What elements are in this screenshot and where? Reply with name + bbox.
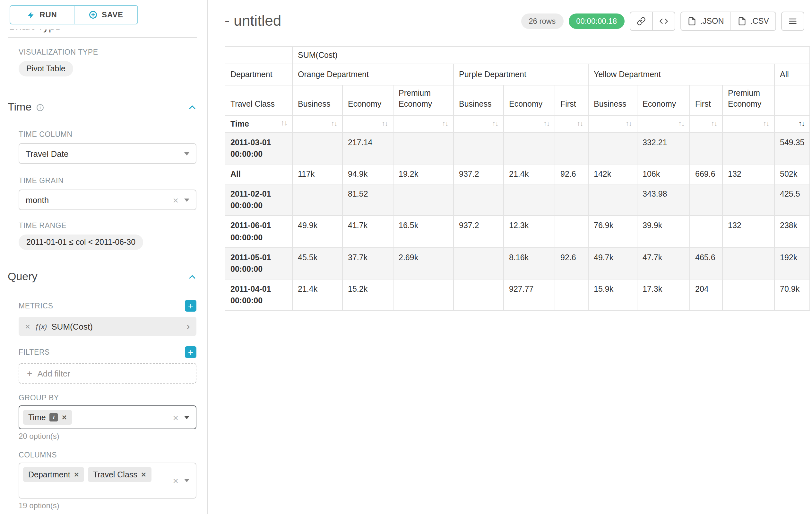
chevron-up-icon[interactable]	[187, 272, 197, 282]
time-range-control: TIME RANGE 2011-01-01 ≤ col < 2011-06-30	[19, 222, 196, 250]
column-group-header: Orange Department	[292, 64, 454, 85]
file-icon	[688, 17, 696, 26]
remove-tag-icon[interactable]: ×	[62, 413, 67, 422]
columns-select[interactable]: Department × Travel Class × ×	[19, 463, 196, 498]
sort-toggle-icon[interactable]: ↑↓	[281, 119, 287, 127]
add-filter-plus-button[interactable]: +	[185, 346, 196, 358]
remove-metric-icon[interactable]: ×	[25, 322, 30, 331]
sort-toggle-icon[interactable]: ↑↓	[711, 120, 717, 128]
chart-title[interactable]: - untitled	[225, 10, 281, 31]
pivot-cell: 15.9k	[588, 279, 637, 311]
info-icon[interactable]	[36, 103, 44, 111]
chevron-down-icon[interactable]	[184, 152, 190, 155]
pivot-cell	[393, 279, 454, 311]
pivot-cell	[454, 279, 503, 311]
add-metric-button[interactable]: +	[185, 300, 196, 312]
caret-right-icon[interactable]: ›	[186, 321, 190, 331]
chevron-down-icon[interactable]	[184, 416, 190, 419]
add-filter-label: Add filter	[37, 369, 70, 378]
json-button-label: .JSON	[700, 17, 724, 26]
menu-button[interactable]	[781, 11, 804, 31]
pivot-cell	[690, 184, 722, 216]
group-by-tag[interactable]: Time i ×	[23, 410, 72, 425]
column-header: Economy	[503, 85, 555, 115]
sort-toggle-icon[interactable]: ↑↓	[382, 120, 388, 128]
metric-option[interactable]: × ƒ(x) SUM(Cost) ›	[19, 317, 196, 336]
time-grain-select[interactable]: month ×	[19, 190, 196, 210]
sort-descending-icon[interactable]: ↑↓	[798, 120, 804, 128]
sidebar-scroll-area[interactable]: Chart Type VISUALIZATION TYPE Pivot Tabl…	[0, 0, 207, 514]
sort-cell[interactable]: ↑↓	[775, 115, 810, 133]
columns-tag[interactable]: Travel Class ×	[88, 467, 151, 482]
time-column-select[interactable]: Travel Date	[19, 143, 196, 164]
visualization-type-pill[interactable]: Pivot Table	[19, 61, 73, 77]
sort-cell[interactable]: ↑↓	[637, 115, 690, 133]
metrics-control: METRICS + × ƒ(x) SUM(Cost) ›	[19, 300, 196, 336]
group-by-select[interactable]: Time i × ×	[19, 405, 196, 429]
pivot-cell: 425.5	[775, 184, 810, 216]
chevron-down-icon[interactable]	[184, 479, 190, 482]
download-json-button[interactable]: .JSON	[680, 11, 731, 31]
time-range-pill[interactable]: 2011-01-01 ≤ col < 2011-06-30	[19, 235, 143, 250]
clear-icon[interactable]: ×	[173, 412, 178, 422]
pivot-cell: 549.35	[775, 133, 810, 164]
add-filter-button[interactable]: + Add filter	[19, 363, 196, 384]
run-button[interactable]: RUN	[10, 6, 74, 24]
sort-cell[interactable]: ↑↓	[393, 115, 454, 133]
sort-cell[interactable]: ↑↓	[343, 115, 393, 133]
pivot-cell	[555, 184, 588, 216]
pivot-cell	[292, 133, 343, 164]
pivot-cell: 94.9k	[343, 164, 393, 184]
sort-cell[interactable]: ↑↓	[503, 115, 555, 133]
sort-cell[interactable]: ↑↓	[292, 115, 343, 133]
rows-dimension-cell[interactable]: Time↑↓	[225, 115, 292, 133]
sort-toggle-icon[interactable]: ↑↓	[626, 120, 632, 128]
sort-toggle-icon[interactable]: ↑↓	[331, 120, 337, 128]
sort-toggle-icon[interactable]: ↑↓	[492, 120, 498, 128]
time-grain-label: TIME GRAIN	[19, 177, 196, 184]
sort-toggle-icon[interactable]: ↑↓	[442, 120, 448, 128]
columns-tag[interactable]: Department ×	[23, 467, 84, 482]
group-by-options-hint: 20 option(s)	[19, 432, 196, 441]
sort-cell[interactable]: ↑↓	[722, 115, 775, 133]
chevron-down-icon[interactable]	[184, 198, 190, 201]
query-section-title: Query	[8, 270, 37, 283]
chart-area: - untitled 26 rows 00:00:00.18 .JSON	[208, 0, 812, 514]
chevron-up-icon[interactable]	[187, 103, 197, 112]
pivot-cell: 21.4k	[503, 164, 555, 184]
pivot-cell	[722, 247, 775, 279]
table-row: 2011-02-01 00:00:0081.52343.98425.5	[225, 184, 810, 216]
query-section-header[interactable]: Query	[0, 270, 207, 283]
sort-cell[interactable]: ↑↓	[454, 115, 503, 133]
sort-cell[interactable]: ↑↓	[555, 115, 588, 133]
pivot-cell	[503, 184, 555, 216]
pivot-cell	[454, 133, 503, 164]
save-button-label: SAVE	[102, 10, 123, 19]
row-header: All	[225, 164, 292, 184]
remove-tag-icon[interactable]: ×	[141, 470, 146, 479]
download-csv-button[interactable]: .CSV	[731, 11, 776, 31]
sort-cell[interactable]: ↑↓	[690, 115, 722, 133]
pivot-cell: 17.3k	[637, 279, 690, 311]
time-section-header[interactable]: Time	[0, 101, 207, 114]
sort-toggle-icon[interactable]: ↑↓	[577, 120, 583, 128]
info-icon[interactable]: i	[50, 413, 58, 422]
pivot-cell: 937.2	[454, 216, 503, 248]
sort-toggle-icon[interactable]: ↑↓	[543, 120, 549, 128]
columns-control: COLUMNS Department × Travel Class × ×	[19, 451, 196, 498]
view-query-button[interactable]	[653, 11, 675, 31]
column-header: Business	[292, 85, 343, 115]
save-button[interactable]: SAVE	[74, 6, 137, 24]
clear-icon[interactable]: ×	[173, 195, 178, 205]
pivot-cell: 41.7k	[343, 216, 393, 248]
remove-tag-icon[interactable]: ×	[74, 470, 79, 479]
pivot-cell	[722, 133, 775, 164]
clear-icon[interactable]: ×	[173, 476, 178, 485]
visualization-type-label: VISUALIZATION TYPE	[19, 48, 196, 56]
sort-cell[interactable]: ↑↓	[588, 115, 637, 133]
pivot-cell: 21.4k	[292, 279, 343, 311]
sort-toggle-icon[interactable]: ↑↓	[763, 120, 769, 128]
pivot-cell: 12.3k	[503, 216, 555, 248]
sort-toggle-icon[interactable]: ↑↓	[678, 120, 684, 128]
copy-link-button[interactable]	[630, 11, 653, 31]
